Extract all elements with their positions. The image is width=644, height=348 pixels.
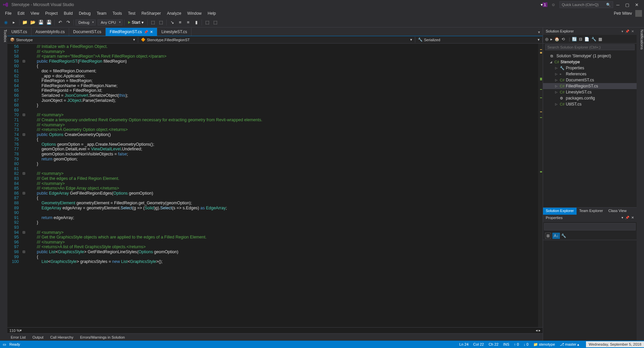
redo-icon[interactable]: ↷ bbox=[64, 19, 72, 26]
toolbox-rail[interactable]: Toolbox bbox=[0, 27, 7, 341]
code-content[interactable]: /// Initialize with a FilledRegion Objec… bbox=[26, 44, 538, 327]
tb-step-icon[interactable]: ↘ bbox=[168, 19, 176, 26]
se-showall-icon[interactable]: 📄 bbox=[584, 37, 589, 42]
menu-tools[interactable]: Tools bbox=[110, 10, 125, 17]
open-file-icon[interactable]: 📂 bbox=[29, 19, 37, 26]
se-refresh-icon[interactable]: 🔄 bbox=[572, 37, 577, 42]
start-debug-button[interactable]: Start ▾ bbox=[126, 19, 146, 25]
se-fwd-icon[interactable]: ▸ bbox=[550, 37, 552, 42]
tab-documentst[interactable]: DocumentST.cs bbox=[69, 28, 106, 36]
tab-linestylest[interactable]: LinestyleST.cs bbox=[157, 28, 192, 36]
props-wrench-icon[interactable]: 🔧 bbox=[561, 233, 566, 238]
tab-output[interactable]: Output bbox=[29, 334, 47, 340]
status-repo[interactable]: 📁 stenotype bbox=[533, 342, 555, 347]
tb-uncomment-icon[interactable]: ≡ bbox=[184, 19, 192, 26]
tree-utilst[interactable]: ▷C#UtilST.cs bbox=[543, 101, 637, 107]
tab-error-list[interactable]: Error List bbox=[7, 334, 29, 340]
nav-member[interactable]: 🔧 Serialized▾ bbox=[415, 37, 543, 43]
menu-test[interactable]: Test bbox=[125, 10, 139, 17]
platform-dropdown[interactable]: Any CPU bbox=[98, 19, 122, 25]
maximize-button[interactable]: ▢ bbox=[623, 2, 632, 7]
nav-class[interactable]: 🔶 Stenotype.FilledRegionST▾ bbox=[138, 37, 415, 43]
tb-misc2-icon[interactable]: ⬚ bbox=[212, 19, 219, 26]
tb-comment-icon[interactable]: ≡ bbox=[176, 19, 184, 26]
props-close-icon[interactable]: ✕ bbox=[631, 216, 634, 221]
status-up[interactable]: ↑ 0 bbox=[514, 342, 519, 346]
se-preview-icon[interactable]: ▦ bbox=[598, 37, 602, 42]
nav-fwd-icon[interactable]: ▸ bbox=[10, 19, 17, 26]
tree-packages[interactable]: ⚙packages.config bbox=[543, 95, 637, 101]
user-name[interactable]: Petr Mitev bbox=[611, 10, 633, 17]
menu-file[interactable]: File bbox=[2, 10, 14, 17]
menu-window[interactable]: Window bbox=[184, 10, 205, 17]
tb-icon-2[interactable]: ⬚ bbox=[157, 19, 165, 26]
nav-scope[interactable]: 📦 Stenotype▾ bbox=[7, 37, 138, 43]
props-selector[interactable] bbox=[544, 223, 636, 230]
user-avatar-icon[interactable] bbox=[635, 10, 642, 17]
tab-utilst[interactable]: UtilST.cs bbox=[7, 28, 32, 36]
tab-assemblyinfo[interactable]: AssemblyInfo.cs bbox=[32, 28, 69, 36]
tree-project[interactable]: ◢C#Stenotype bbox=[543, 59, 637, 65]
minimize-button[interactable]: ─ bbox=[613, 2, 623, 7]
se-sync-icon[interactable]: ⟲ bbox=[561, 37, 565, 42]
tab-errors-warnings[interactable]: Errors/Warnings in Solution bbox=[77, 334, 128, 340]
tree-solution[interactable]: ⧉Solution 'Stenotype' (1 project) bbox=[543, 53, 637, 59]
menu-help[interactable]: Help bbox=[205, 10, 219, 17]
se-search-input[interactable] bbox=[545, 44, 635, 50]
tree-filledregionst[interactable]: ▷C#FilledRegionST.cs bbox=[543, 83, 637, 89]
panel-pin-icon[interactable]: 📌 bbox=[625, 29, 629, 33]
close-button[interactable]: ✕ bbox=[632, 2, 641, 7]
vertical-map[interactable] bbox=[538, 44, 543, 327]
se-back-icon[interactable]: ◎ bbox=[545, 37, 548, 42]
status-col: Col 22 bbox=[473, 342, 484, 346]
panel-dropdown-icon[interactable]: ▾ bbox=[622, 29, 623, 33]
panel-close-icon[interactable]: ✕ bbox=[631, 29, 634, 33]
undo-icon[interactable]: ↶ bbox=[56, 19, 64, 26]
zoom-level[interactable]: 110 % ▾◂ ▸ bbox=[7, 327, 543, 333]
code-editor[interactable]: 5657585960616263646566676869707172737475… bbox=[7, 44, 543, 327]
tree-properties[interactable]: ▷🔧Properties bbox=[543, 65, 637, 71]
tb-misc-icon[interactable]: ⬚ bbox=[204, 19, 211, 26]
menu-team[interactable]: Team bbox=[94, 10, 109, 17]
notification-count[interactable]: 1 bbox=[543, 2, 547, 7]
solution-tree[interactable]: ⧉Solution 'Stenotype' (1 project) ◢C#Ste… bbox=[543, 52, 637, 207]
props-pin-icon[interactable]: 📌 bbox=[625, 216, 629, 221]
fold-margin[interactable]: ⊟⊟⊟⊟⊟⊟⊟ bbox=[21, 44, 26, 327]
menu-edit[interactable]: Edit bbox=[14, 10, 28, 17]
save-all-icon[interactable]: 💾 bbox=[45, 19, 53, 26]
tree-documentst[interactable]: ▷C#DocumentST.cs bbox=[543, 77, 637, 83]
menu-project[interactable]: Project bbox=[42, 10, 61, 17]
menu-view[interactable]: View bbox=[28, 10, 42, 17]
menu-resharper[interactable]: ReSharper bbox=[139, 10, 164, 17]
tb-bookmark-icon[interactable]: ▮ bbox=[193, 19, 200, 26]
tb-icon-1[interactable]: ⬚ bbox=[149, 19, 157, 26]
status-branch[interactable]: ⎇ master ▴ bbox=[560, 342, 580, 347]
tree-linestylest[interactable]: ▷C#LinestyleST.cs bbox=[543, 89, 637, 95]
close-tab-icon[interactable]: ✕ bbox=[150, 30, 153, 34]
se-collapse-icon[interactable]: ⊟ bbox=[579, 37, 582, 42]
config-dropdown[interactable]: Debug bbox=[75, 19, 96, 25]
menu-build[interactable]: Build bbox=[61, 10, 76, 17]
se-home-icon[interactable]: 🏠 bbox=[554, 37, 559, 42]
new-project-icon[interactable]: 📁 bbox=[21, 19, 29, 26]
menu-analyze[interactable]: Analyze bbox=[164, 10, 184, 17]
menu-debug[interactable]: Debug bbox=[76, 10, 94, 17]
quick-launch-input[interactable]: Quick Launch (Ctrl+Q)🔍 bbox=[559, 1, 613, 8]
tree-references[interactable]: ▷▫References bbox=[543, 71, 637, 77]
status-dn[interactable]: ↓ 0 bbox=[524, 342, 529, 346]
tab-filledregionst[interactable]: FilledRegionST.cs📌✕ bbox=[106, 28, 157, 36]
notifications-rail[interactable]: Notifications bbox=[637, 27, 644, 341]
props-az-icon[interactable]: A↓ bbox=[552, 233, 560, 239]
save-icon[interactable]: 💾 bbox=[37, 19, 45, 26]
tab-call-hierarchy[interactable]: Call Hierarchy bbox=[47, 334, 77, 340]
tab-overflow-icon[interactable]: ▾ bbox=[535, 28, 543, 36]
se-tab-team[interactable]: Team Explorer bbox=[577, 208, 606, 215]
props-dropdown-icon[interactable]: ▾ bbox=[622, 216, 623, 221]
feedback-icon[interactable]: ☺ bbox=[551, 2, 555, 7]
props-cat-icon[interactable]: ⊞ bbox=[545, 233, 551, 239]
se-properties-icon[interactable]: 🔧 bbox=[591, 37, 596, 42]
nav-back-icon[interactable]: ◉ bbox=[2, 19, 9, 26]
status-window-icon[interactable]: ▭ bbox=[3, 342, 6, 347]
se-tab-class[interactable]: Class View bbox=[606, 208, 629, 215]
se-tab-solution[interactable]: Solution Explorer bbox=[543, 208, 577, 215]
